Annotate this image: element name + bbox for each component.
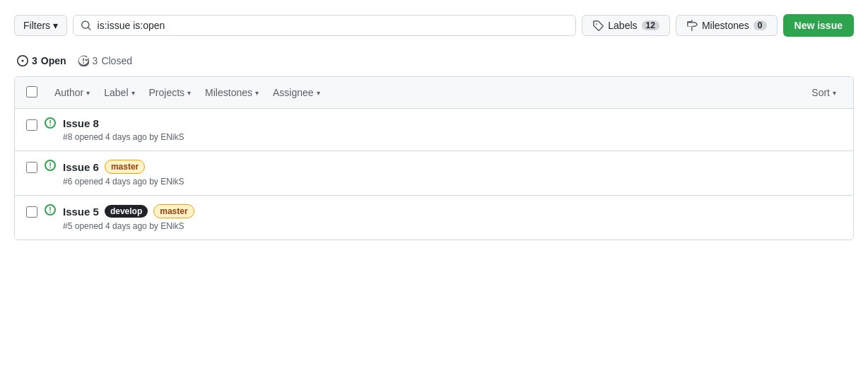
assignee-label: Assignee: [273, 87, 314, 98]
issue-open-icon: !: [45, 117, 56, 129]
assignee-filter-button[interactable]: Assignee ▾: [267, 84, 326, 101]
search-icon: [81, 20, 91, 31]
open-label: Open: [41, 55, 66, 66]
labels-button[interactable]: Labels 12: [582, 15, 670, 36]
issue-title[interactable]: Issue 8: [63, 117, 99, 129]
milestones-filter-button[interactable]: Milestones ▾: [199, 84, 264, 101]
issue-tabs: 3 Open 3 Closed: [14, 48, 854, 71]
milestones-button[interactable]: Milestones 0: [676, 15, 778, 36]
tab-closed[interactable]: 3 Closed: [78, 51, 132, 71]
milestones-label: Milestones: [702, 20, 749, 31]
issue-title[interactable]: Issue 6: [63, 161, 99, 173]
search-wrapper: [73, 15, 576, 36]
label-filter-button[interactable]: Label ▾: [98, 84, 140, 101]
milestones-count: 0: [753, 20, 767, 30]
labels-label: Labels: [608, 20, 637, 31]
milestones-filter-label: Milestones: [205, 87, 252, 98]
closed-count: 3: [93, 55, 98, 66]
issue-number: #6: [63, 177, 72, 187]
projects-label: Projects: [149, 87, 185, 98]
label-tag-develop[interactable]: develop: [105, 205, 148, 218]
sort-chevron-icon: ▾: [833, 89, 836, 97]
sort-label: Sort: [811, 87, 830, 98]
issue-title-row: Issue 5 developmaster: [63, 204, 842, 218]
filters-label: Filters: [23, 20, 50, 31]
issue-opened-text: opened 4 days ago by ENikS: [75, 177, 184, 187]
issue-open-icon: !: [45, 204, 56, 215]
new-issue-button[interactable]: New issue: [783, 14, 854, 37]
projects-filter-button[interactable]: Projects ▾: [143, 84, 197, 101]
issue-checkbox[interactable]: [26, 162, 37, 173]
search-input[interactable]: [98, 20, 569, 31]
label-label: Label: [104, 87, 128, 98]
label-icon: [592, 20, 604, 31]
issue-title[interactable]: Issue 5: [63, 206, 99, 218]
issues-container: Author ▾ Label ▾ Projects ▾ Milestones ▾…: [14, 76, 854, 240]
select-all-checkbox[interactable]: [26, 86, 37, 98]
issue-checkbox[interactable]: [26, 206, 37, 218]
closed-label: Closed: [101, 55, 132, 66]
issue-open-icon: !: [45, 160, 56, 171]
toolbar: Filters ▾ Labels 12 Milestones 0 New iss…: [14, 14, 854, 37]
filters-button[interactable]: Filters ▾: [14, 15, 67, 36]
filter-buttons: Author ▾ Label ▾ Projects ▾ Milestones ▾…: [49, 84, 842, 101]
tab-open[interactable]: 3 Open: [17, 51, 66, 71]
issue-meta: #6 opened 4 days ago by ENikS: [63, 177, 842, 187]
issue-number: #8: [63, 132, 72, 142]
filter-header: Author ▾ Label ▾ Projects ▾ Milestones ▾…: [15, 77, 853, 109]
table-row: ! Issue 5 developmaster #5 opened 4 days…: [15, 196, 853, 240]
issue-content: Issue 5 developmaster #5 opened 4 days a…: [63, 204, 842, 231]
author-label: Author: [54, 87, 83, 98]
assignee-chevron-icon: ▾: [317, 89, 320, 97]
author-chevron-icon: ▾: [86, 89, 90, 97]
projects-chevron-icon: ▾: [187, 89, 191, 97]
issue-content: Issue 6 master #6 opened 4 days ago by E…: [63, 160, 842, 187]
issue-title-row: Issue 6 master: [63, 160, 842, 174]
sort-filter-button[interactable]: Sort ▾: [806, 84, 842, 101]
filters-chevron-icon: ▾: [53, 20, 58, 31]
issues-list: ! Issue 8 #8 opened 4 days ago by ENikS …: [15, 109, 853, 240]
select-all-area: [26, 86, 49, 100]
issue-content: Issue 8 #8 opened 4 days ago by ENikS: [63, 117, 842, 142]
open-count: 3: [32, 55, 37, 66]
issue-meta: #8 opened 4 days ago by ENikS: [63, 132, 842, 142]
issue-opened-text: opened 4 days ago by ENikS: [75, 132, 184, 142]
issue-opened-text: opened 4 days ago by ENikS: [75, 221, 184, 231]
issue-meta: #5 opened 4 days ago by ENikS: [63, 221, 842, 231]
issue-title-row: Issue 8: [63, 117, 842, 129]
labels-count: 12: [642, 20, 659, 30]
author-filter-button[interactable]: Author ▾: [49, 84, 95, 101]
issue-number: #5: [63, 221, 72, 231]
table-row: ! Issue 6 master #6 opened 4 days ago by…: [15, 151, 853, 196]
table-row: ! Issue 8 #8 opened 4 days ago by ENikS: [15, 109, 853, 151]
milestone-icon: [686, 20, 698, 31]
issue-checkbox[interactable]: [26, 119, 37, 131]
milestones-chevron-icon: ▾: [255, 89, 259, 97]
label-tag-master[interactable]: master: [153, 204, 194, 218]
label-tag-master[interactable]: master: [105, 160, 145, 174]
label-chevron-icon: ▾: [131, 89, 135, 97]
closed-issue-icon: [78, 55, 89, 66]
open-issue-icon: [17, 55, 28, 66]
